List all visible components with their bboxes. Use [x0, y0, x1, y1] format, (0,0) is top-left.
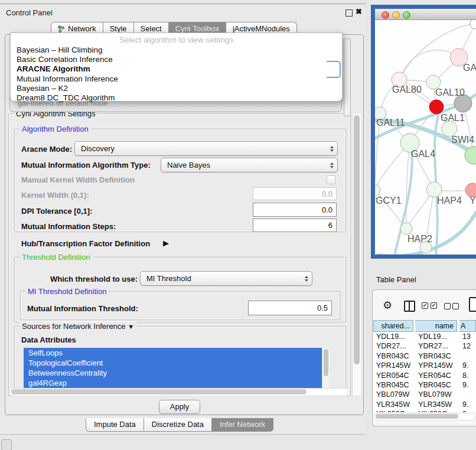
aracne-mode-label: Aracne Mode:	[21, 145, 72, 154]
settings-vertical-scrollbar[interactable]	[352, 114, 361, 395]
tab-discretize-data[interactable]: Discretize Data	[144, 418, 212, 432]
column-header[interactable]: shared...	[373, 320, 413, 332]
corner-partial-icon[interactable]	[1, 439, 12, 450]
inference-panel-edge	[344, 38, 351, 116]
table-row[interactable]: YBL079WYBL079W	[373, 390, 476, 399]
mi-algorithm-type-label: Mutual Information Algorithm Type:	[21, 161, 151, 169]
table-panel-title: Table Panel	[376, 275, 416, 284]
menu-item-dream8[interactable]: Dream8 DC_TDC Algorithm	[17, 93, 118, 103]
list-item[interactable]: TopologicalCoefficient	[24, 358, 322, 368]
tab-network-label: Network	[68, 24, 96, 33]
menu-item-aracne[interactable]: ARACNE Algorithm	[17, 64, 118, 74]
tab-select-label: Select	[141, 24, 162, 33]
close-window-icon[interactable]: ✖	[356, 7, 362, 16]
network-window-titlebar[interactable]	[375, 9, 476, 20]
menu-item-basic-correlation[interactable]: Basic Correlation Inference	[17, 55, 118, 64]
algorithm-definition-title: Algorithm Definition	[19, 125, 91, 133]
mi-algorithm-type-combobox[interactable]: Naive Bayes	[161, 158, 338, 172]
menu-item-bayesian-hill-climbing[interactable]: Bayesian – Hill Climbing	[17, 45, 118, 55]
node-unlabeled[interactable]	[470, 20, 476, 29]
threshold-definition-title: Threshold Definition	[19, 253, 93, 262]
mi-threshold-label: Mutual Information Threshold:	[27, 304, 138, 313]
algorithm-combobox-focus-fragment[interactable]	[327, 61, 341, 78]
node-label: GAL4	[411, 149, 435, 159]
attributes-scrollbar[interactable]	[322, 348, 330, 390]
menu-item-mutual-information[interactable]: Mutual Information Inference	[17, 74, 118, 84]
stepper-icon	[330, 146, 334, 152]
column-header[interactable]: A	[459, 320, 476, 332]
node-label: GAL11	[376, 118, 405, 128]
tab-impute-data-label: Impute Data	[94, 420, 136, 429]
checked-checkbox-icon[interactable]: ✓	[431, 302, 437, 309]
node-gal1[interactable]	[429, 100, 444, 114]
data-attributes-list[interactable]: SelfLoops TopologicalCoefficient Between…	[24, 348, 322, 390]
columns-view-icon[interactable]	[404, 301, 415, 312]
mi-threshold-definition-title: MI Threshold Definition	[25, 287, 109, 296]
restore-window-icon[interactable]	[345, 9, 353, 17]
node-label: GCY1	[376, 195, 402, 206]
zoom-traffic-light[interactable]	[403, 11, 410, 19]
kernel-width-label: Kernel Width (0,1):	[21, 191, 89, 200]
node-label: GAL	[463, 63, 476, 73]
close-traffic-light[interactable]	[382, 11, 389, 19]
sources-title-text: Sources for Network Inference	[22, 322, 126, 331]
sources-title[interactable]: Sources for Network Inference ▼	[19, 322, 136, 331]
mi-steps-label: Mutual Information Steps:	[21, 222, 116, 231]
unchecked-checkbox-icon[interactable]	[452, 303, 459, 309]
minimize-traffic-light[interactable]	[392, 11, 400, 19]
node-table[interactable]: shared... name A YDL19...YDL19...13 YDR2…	[373, 320, 476, 412]
network-canvas[interactable]: GAL GAL80 GAL10 GAL1 GAL11 SWI4 GAL4 GCY…	[375, 20, 476, 255]
dpi-tolerance-field[interactable]: 0.0	[253, 203, 337, 217]
node-label: HAP4	[437, 195, 462, 206]
table-row[interactable]: YDR27...YDR27...12	[373, 341, 476, 351]
unchecked-checkbox-icon[interactable]	[444, 303, 451, 309]
tab-jactivemnodules-label: jActiveMNodules	[233, 24, 290, 33]
node-label: GAL10	[435, 87, 465, 97]
which-threshold-value: MI Threshold	[146, 274, 191, 283]
algorithm-select-popup: Select algorithm to view settings Bayesi…	[10, 32, 343, 102]
checked-checkbox-icon[interactable]: ✓	[422, 302, 428, 309]
kernel-width-field[interactable]: 0.0	[253, 187, 337, 200]
table-header-row: shared... name A	[373, 320, 476, 332]
table-row[interactable]: YER054CYER054C8.	[373, 371, 476, 380]
hub-definition-label[interactable]: Hub/Transcription Factor Definition	[21, 239, 150, 248]
mi-steps-field[interactable]: 6	[253, 219, 337, 232]
document-icon[interactable]	[469, 297, 476, 312]
gear-icon[interactable]: ⚙	[383, 299, 392, 312]
node-label: HAP2	[407, 234, 432, 244]
node-hap2[interactable]	[400, 223, 412, 234]
settings-horizontal-scrollbar[interactable]	[9, 388, 350, 396]
data-attributes-label: Data Attributes	[21, 335, 76, 344]
manual-kernel-width-checkbox[interactable]	[327, 175, 335, 184]
which-threshold-combobox[interactable]: MI Threshold	[140, 271, 312, 286]
aracne-mode-value: Discovery	[81, 144, 115, 153]
list-item[interactable]: gal4RGexp	[24, 378, 322, 388]
node-gcy1[interactable]	[375, 184, 380, 196]
menu-item-bayesian-k2[interactable]: Bayesian – K2	[17, 84, 118, 93]
table-horizontal-scrollbar[interactable]	[374, 413, 475, 420]
tab-infer-network[interactable]: Infer Network	[212, 418, 273, 432]
table-row[interactable]: YIL052CYIL052C9	[373, 409, 476, 412]
table-row[interactable]: YBR043CYBR043C	[373, 351, 476, 361]
list-item[interactable]: SelfLoops	[24, 348, 322, 358]
table-row[interactable]: YBR045CYBR045C9.	[373, 380, 476, 390]
table-row[interactable]: YDL19...YDL19...13	[373, 332, 476, 341]
tab-impute-data[interactable]: Impute Data	[86, 418, 144, 432]
column-header[interactable]: name	[415, 320, 457, 332]
stepper-icon	[330, 162, 334, 168]
expand-arrow-icon[interactable]: ▶	[163, 239, 169, 247]
tab-infer-network-label: Infer Network	[220, 420, 265, 429]
tab-discretize-data-label: Discretize Data	[152, 420, 204, 429]
control-panel-title: Control Panel	[6, 8, 53, 17]
apply-button[interactable]: Apply	[159, 400, 200, 414]
mi-threshold-field[interactable]: 0.5	[248, 301, 332, 315]
aracne-mode-combobox[interactable]: Discovery	[74, 141, 338, 156]
screen: Control Panel ✖ Network Style Select	[0, 0, 476, 450]
manual-kernel-width-label: Manual Kernel Width Definition	[21, 175, 135, 184]
bottom-tab-bar: Impute Data Discretize Data Infer Networ…	[86, 418, 273, 431]
list-item[interactable]: BetweennessCentrality	[24, 368, 322, 378]
table-row[interactable]: YLR345WYLR345W9.	[373, 400, 476, 409]
table-row[interactable]: YPR145WYPR145W9.	[373, 361, 476, 370]
node-label: GAL1	[441, 113, 465, 123]
collapse-arrow-icon: ▼	[128, 323, 134, 330]
